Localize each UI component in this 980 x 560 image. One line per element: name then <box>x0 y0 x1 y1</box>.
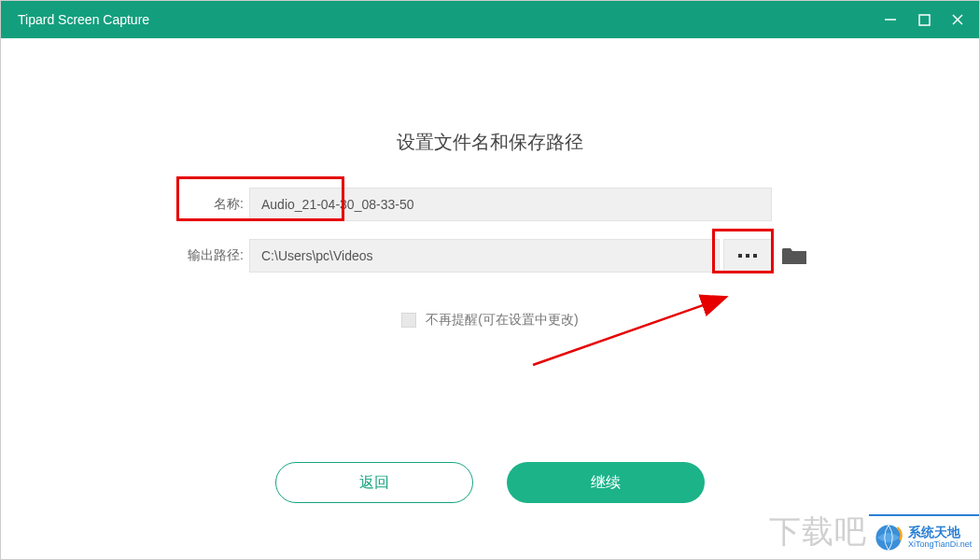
filename-input[interactable] <box>249 188 772 221</box>
filename-label: 名称: <box>178 196 244 213</box>
dont-remind-checkbox[interactable] <box>401 313 416 328</box>
output-path-row: 输出路径: <box>178 239 807 273</box>
maximize-button[interactable] <box>916 11 932 28</box>
filename-row: 名称: <box>178 188 772 221</box>
app-window: Tipard Screen Capture 设置文件名和保存路径 名称: 输出路… <box>0 0 980 560</box>
dont-remind-row: 不再提醒(可在设置中更改) <box>1 312 979 329</box>
output-path-input[interactable] <box>249 239 720 273</box>
continue-button[interactable]: 继续 <box>507 462 705 503</box>
app-title: Tipard Screen Capture <box>18 12 149 27</box>
dont-remind-label: 不再提醒(可在设置中更改) <box>426 312 578 329</box>
close-button[interactable] <box>949 11 966 28</box>
output-path-label: 输出路径: <box>178 247 244 264</box>
back-button[interactable]: 返回 <box>275 462 473 503</box>
dialog-content: 设置文件名和保存路径 名称: 输出路径: 不再提醒(可在设置中更改) 返回 继续 <box>1 38 979 559</box>
ellipsis-icon <box>738 254 757 258</box>
dialog-heading: 设置文件名和保存路径 <box>1 130 979 155</box>
dialog-buttons: 返回 继续 <box>1 462 979 503</box>
open-folder-button[interactable] <box>781 245 807 266</box>
folder-icon <box>781 245 807 266</box>
minimize-button[interactable] <box>882 11 899 28</box>
titlebar: Tipard Screen Capture <box>1 1 979 38</box>
browse-button[interactable] <box>723 239 772 273</box>
window-controls <box>882 11 966 28</box>
svg-rect-1 <box>919 15 930 25</box>
